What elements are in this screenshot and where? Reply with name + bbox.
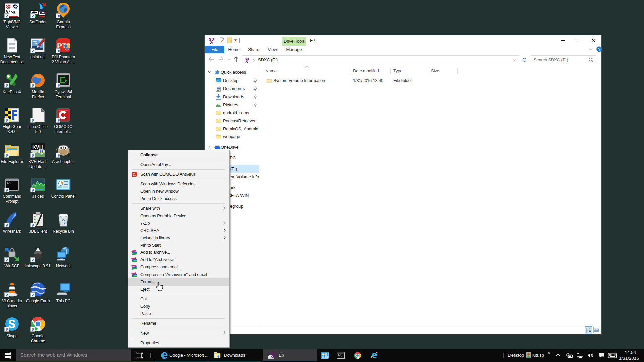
svg-text:*: *: [212, 41, 213, 44]
svg-text:XC: XC: [270, 354, 276, 359]
svg-text:KVH: KVH: [32, 144, 43, 150]
svg-text:C:\_: C:\_: [7, 180, 11, 182]
svg-text:NC: NC: [10, 10, 18, 15]
svg-text:C:\>_: C:\>_: [7, 182, 13, 184]
svg-text:*: *: [247, 61, 248, 63]
svg-text:C:\: C:\: [338, 354, 341, 356]
svg-text:C: C: [133, 173, 136, 177]
svg-text:?: ?: [598, 47, 600, 52]
